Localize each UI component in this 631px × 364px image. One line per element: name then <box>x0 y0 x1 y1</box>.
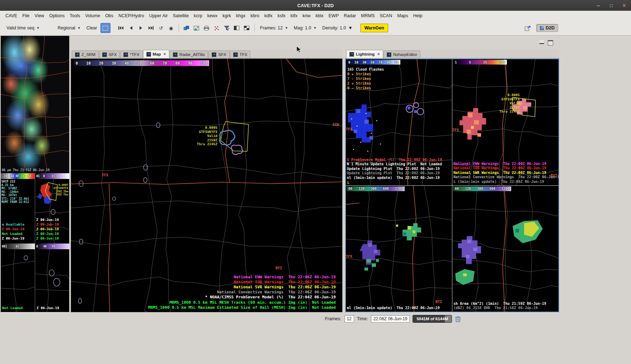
frames-value-field[interactable]: 12 <box>344 315 354 322</box>
menu-item[interactable]: View <box>32 13 47 18</box>
storm-warning-label: 0.0005GTFSVRTFXValid 2159ZThru 2245Z <box>196 126 217 146</box>
last-frame-button[interactable] <box>146 23 156 33</box>
tab-close-icon[interactable]: ✕ <box>376 52 380 56</box>
print-button[interactable] <box>202 23 211 33</box>
storm-warning-line: Valid 2159Z <box>196 134 217 142</box>
filter-button[interactable] <box>222 23 231 33</box>
frames-dropdown[interactable]: Frames: 12▼ <box>257 24 291 32</box>
menu-item[interactable]: Volume <box>83 13 103 18</box>
image-properties-button[interactable] <box>192 23 201 33</box>
time-value-field[interactable]: 22:06Z 06-Jun-19 <box>371 315 410 322</box>
maximize-icon[interactable]: □ <box>608 3 614 8</box>
flash-density-panel[interactable]: 601203006001200 TFX BYZ ml (5min-1min up… <box>346 186 452 312</box>
tab-map[interactable]: Map✕ <box>143 50 170 58</box>
tab-sfx-1[interactable]: SFX <box>99 51 120 58</box>
frame-extent-tool-button[interactable] <box>100 23 110 33</box>
legend-line: 0 + Strikes <box>347 72 384 76</box>
menu-item[interactable]: CAVE <box>3 13 20 18</box>
minimize-icon[interactable]: ─ <box>595 3 602 8</box>
storm-warning-line: Thru 2245Z <box>196 142 217 146</box>
menu-item[interactable]: Maps <box>395 13 411 18</box>
trash-icon[interactable] <box>455 316 461 322</box>
clear-button[interactable]: Clear <box>84 24 100 32</box>
bottom-right-panel[interactable]: Z 06-Jun-19 <box>35 249 69 312</box>
menu-item[interactable]: Options <box>47 13 67 18</box>
minimize-editor-icon[interactable] <box>540 40 544 44</box>
radar-info-panel[interactable]: SVCP 2120.25 kmMX: 57dBZMX: -104ktMX: 10… <box>1 179 35 244</box>
first-frame-button[interactable] <box>116 23 126 33</box>
menu-item[interactable]: EWP <box>326 13 341 18</box>
chevron-down-icon: ▼ <box>348 25 352 30</box>
step-forward-icon <box>139 26 143 30</box>
colorbar-tick-label: 1200 <box>395 187 403 190</box>
menu-item[interactable]: SCAN <box>377 13 395 18</box>
menu-item[interactable]: ktfx <box>288 13 300 18</box>
tab-nsharpeditor[interactable]: NsharpEditor <box>383 51 420 58</box>
product-legend[interactable]: sh Area (km^2) (1min) Thu 21:59Z 06-Jun-… <box>453 302 546 311</box>
menu-item[interactable]: Tools <box>67 13 83 18</box>
menu-item[interactable]: kcrp <box>191 13 205 18</box>
station-label-ggw: GGW <box>333 123 339 127</box>
menu-item[interactable]: kriw <box>300 13 313 18</box>
tab-tfx-star[interactable]: *TFX <box>120 51 142 58</box>
two-pane-layout-button[interactable] <box>232 23 241 33</box>
menu-item[interactable]: kewx <box>205 13 220 18</box>
tab-radar-alltilts[interactable]: Radar_AllTilts <box>170 51 208 58</box>
loop-button[interactable]: ↺ <box>156 23 166 33</box>
tab-tfx[interactable]: TFX <box>230 51 251 58</box>
tab-z-srm[interactable]: Z_SRM <box>72 51 99 58</box>
flash-area-panel[interactable]: 601203006001200 sh Area (km^2) (1min) Th… <box>452 186 559 312</box>
warngen-button[interactable]: WarnGen <box>361 24 388 32</box>
menu-item[interactable]: kblx <box>313 13 326 18</box>
colorbar-tick-label: 600 <box>489 187 495 190</box>
storm-warning-label: 0.0005GTFSVRTFXValid 2159ZThru 2245Z <box>498 93 520 114</box>
menu-item[interactable]: File <box>20 13 32 18</box>
colorbar-tick-label: 5 <box>469 61 471 64</box>
menu-item[interactable]: kdfx <box>262 13 275 18</box>
menu-item[interactable]: MRMS <box>358 13 377 18</box>
open-perspective-icon[interactable] <box>525 25 531 31</box>
menu-item[interactable]: Help <box>411 13 425 18</box>
product-legend[interactable]: National EWW Warnings Thu 22:00Z 06-Jun-… <box>453 162 559 184</box>
valid-time-seq-dropdown[interactable]: Valid time seq▼ <box>4 24 43 32</box>
density-dropdown[interactable]: Density: 1.0▼ <box>319 24 355 32</box>
mini-radar-panel[interactable]: 0.0005GTFSVRTFX59Z Thu45Z Thu Z 06-Jun-1… <box>35 179 69 244</box>
sample-points-button[interactable] <box>212 23 221 33</box>
menu-item[interactable]: Obs <box>103 13 116 18</box>
colorbar-tick-label: 25 <box>483 61 487 64</box>
scale-dropdown[interactable]: Regional▼ <box>55 24 84 32</box>
dwell-button[interactable]: ◉ <box>166 23 176 33</box>
d2d-perspective-button[interactable]: D2D <box>536 24 558 32</box>
probsevere-panel[interactable]: 1525500 0.0005GTFSVRTFXValid 2159ZThru 2… <box>452 59 559 185</box>
product-legend[interactable]: S ProbSevere Model (%) Thu 22:00Z 06-Jun… <box>347 158 442 180</box>
step-forward-button[interactable] <box>136 23 146 33</box>
menu-item[interactable]: NCEP/Hydro <box>116 13 147 18</box>
menu-item[interactable]: ksfx <box>275 13 288 18</box>
main-map-display[interactable]: 0102030405060708090100 0.0005GTFSVRTFXVa… <box>71 58 343 312</box>
product-legend[interactable]: National EWW Warnings Thu 22:06Z 06-Jun-… <box>148 275 336 310</box>
menu-item[interactable]: kbro <box>248 13 262 18</box>
four-pane-layout-button[interactable] <box>242 23 251 33</box>
satellite-panel[interactable]: 06 µm Thu 21:51Z 06-Jun-19 <box>1 36 69 173</box>
mag-dropdown[interactable]: Mag: 1.0▼ <box>291 24 320 32</box>
tab-close-icon[interactable]: ✕ <box>163 52 166 56</box>
product-legend[interactable]: ml (5min-1min update) Thu 22:00Z 06-Jun-… <box>347 306 440 311</box>
legend-line: nl (5min-1min update) Thu 22:00Z 06-Jun-… <box>347 176 442 180</box>
step-back-button[interactable] <box>126 23 136 33</box>
bottom-left-panel[interactable]: Not Loaded <box>1 249 35 312</box>
menu-item[interactable]: Upper Air <box>147 13 170 18</box>
memory-usage-indicator[interactable]: 5041M of 6144M <box>413 315 452 323</box>
tab-lightning[interactable]: Lightning✕ <box>346 50 383 58</box>
editor-tab-icon <box>173 52 178 57</box>
image-combine-button[interactable] <box>182 23 191 33</box>
close-icon[interactable]: ✕ <box>621 3 627 8</box>
maximize-editor-icon[interactable] <box>548 40 553 46</box>
radar-info-line: MVMT FROM 22:012 <box>1 200 29 204</box>
menu-item[interactable]: Radar <box>341 13 358 18</box>
menu-item[interactable]: khgx <box>234 13 248 18</box>
menu-item[interactable]: kgrk <box>220 13 234 18</box>
lightning-panel[interactable]: 0103050709066 165 Cloud Flashes0 + Strik… <box>346 59 452 185</box>
right-editor-tabbar: Lightning✕ NsharpEditor <box>345 49 559 58</box>
menu-item[interactable]: Satellite <box>170 13 191 18</box>
tab-sfx-2[interactable]: SFX <box>208 51 229 58</box>
